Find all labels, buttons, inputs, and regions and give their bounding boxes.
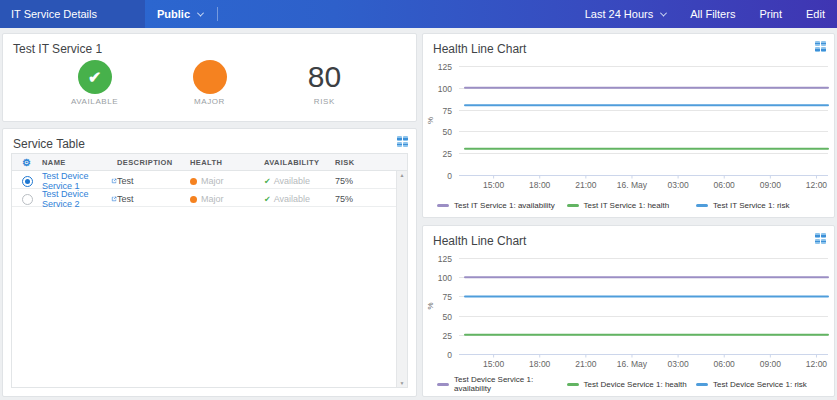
time-range-dropdown[interactable]: Last 24 Hours	[585, 8, 666, 20]
service-link[interactable]: Test Device Service 1	[42, 171, 117, 191]
svg-text:100: 100	[438, 84, 452, 94]
health-cell: Major	[190, 194, 264, 204]
svg-text:12:00: 12:00	[806, 359, 828, 369]
major-circle-icon	[193, 60, 227, 94]
service-status-panel: Test IT Service 1 ✔ AVAILABLE MAJOR 80 R…	[2, 33, 417, 122]
service-table-title: Service Table	[13, 137, 85, 151]
status-row: ✔ AVAILABLE MAJOR 80 RISK	[38, 60, 381, 115]
health-cell: Major	[190, 176, 264, 186]
svg-text:09:00: 09:00	[760, 359, 782, 369]
legend-item[interactable]: Test Device Service 1: health	[567, 380, 697, 389]
check-icon: ✔	[264, 177, 271, 186]
svg-text:%: %	[426, 117, 435, 124]
edit-button[interactable]: Edit	[806, 8, 825, 20]
svg-text:25: 25	[443, 149, 453, 159]
chart-title: Health Line Chart	[433, 42, 526, 56]
service-table-panel: Service Table ⚙ NAME DESCRIPTION HEALTH …	[2, 128, 417, 397]
col-name[interactable]: NAME	[42, 158, 117, 167]
svg-text:03:00: 03:00	[667, 180, 689, 190]
description-cell: Test	[117, 194, 190, 204]
svg-text:50: 50	[443, 312, 453, 322]
scroll-up-icon[interactable]: ▲	[400, 172, 405, 178]
svg-text:100: 100	[438, 273, 452, 283]
legend-line-icon	[696, 204, 708, 207]
availability-cell: ✔Available	[264, 176, 335, 186]
chevron-down-icon	[197, 9, 204, 16]
header-actions: Last 24 Hours All Filters Print Edit	[585, 8, 837, 20]
col-description[interactable]: DESCRIPTION	[117, 158, 190, 167]
svg-text:0: 0	[447, 171, 452, 181]
col-availability[interactable]: AVAILABILITY	[264, 158, 335, 167]
svg-text:125: 125	[438, 62, 452, 72]
health-line-chart-panel-2: Health Line Chart 025507510012515:0018:0…	[422, 225, 835, 397]
risk-label: RISK	[314, 97, 335, 106]
legend-label: Test IT Service 1: availability	[454, 201, 555, 210]
svg-text:%: %	[426, 302, 435, 309]
check-icon: ✔	[264, 195, 271, 204]
col-risk[interactable]: RISK	[335, 158, 396, 167]
svg-text:75: 75	[443, 292, 453, 302]
legend-line-icon	[437, 204, 449, 207]
visibility-label: Public	[157, 8, 190, 20]
check-circle-icon: ✔	[78, 60, 112, 94]
availability-status: ✔ AVAILABLE	[38, 60, 151, 115]
legend-item[interactable]: Test Device Service 1: risk	[696, 380, 826, 389]
panel-options-grid-icon[interactable]	[397, 136, 408, 147]
svg-text:15:00: 15:00	[483, 359, 505, 369]
legend-item[interactable]: Test IT Service 1: availability	[437, 201, 567, 210]
legend-item[interactable]: Test IT Service 1: risk	[696, 201, 826, 210]
svg-text:16. May: 16. May	[617, 359, 648, 369]
line-chart-plot: 025507510012515:0018:0021:0016. May03:00…	[423, 60, 834, 193]
line-chart-plot: 025507510012515:0018:0021:0016. May03:00…	[423, 252, 834, 372]
health-status: MAJOR	[153, 60, 266, 115]
service-table: ⚙ NAME DESCRIPTION HEALTH AVAILABILITY R…	[11, 153, 408, 388]
legend-label: Test Device Service 1: availability	[454, 375, 567, 393]
legend-line-icon	[696, 383, 708, 386]
legend-item[interactable]: Test Device Service 1: availability	[437, 375, 567, 393]
legend-line-icon	[567, 383, 579, 386]
svg-text:06:00: 06:00	[714, 359, 736, 369]
scroll-down-icon[interactable]: ▼	[400, 380, 405, 386]
panel-options-grid-icon[interactable]	[815, 41, 826, 52]
visibility-dropdown[interactable]: Public	[157, 8, 203, 20]
panel-options-grid-icon[interactable]	[815, 233, 826, 244]
risk-cell: 75%	[335, 194, 396, 204]
legend-line-icon	[567, 204, 579, 207]
svg-text:0: 0	[447, 350, 452, 360]
legend-line-icon	[437, 383, 449, 386]
major-dot-icon	[190, 178, 197, 185]
page-title-label: IT Service Details	[11, 8, 97, 20]
legend-item[interactable]: Test IT Service 1: health	[567, 201, 697, 210]
availability-label: AVAILABLE	[71, 97, 118, 106]
time-range-label: Last 24 Hours	[585, 8, 653, 20]
col-health[interactable]: HEALTH	[190, 158, 264, 167]
risk-status: 80 RISK	[268, 60, 381, 115]
print-button[interactable]: Print	[759, 8, 782, 20]
row-radio-button[interactable]	[22, 194, 33, 205]
column-settings-gear-icon[interactable]: ⚙	[22, 157, 31, 168]
svg-text:12:00: 12:00	[806, 180, 828, 190]
svg-text:125: 125	[438, 254, 452, 264]
svg-text:09:00: 09:00	[760, 180, 782, 190]
chevron-down-icon	[660, 9, 667, 16]
svg-text:16. May: 16. May	[617, 180, 648, 190]
chart-legend: Test IT Service 1: availabilityTest IT S…	[437, 196, 826, 214]
table-row[interactable]: Test Device Service 2 Test Major ✔Availa…	[12, 189, 396, 207]
row-radio-button[interactable]	[22, 176, 33, 187]
svg-text:06:00: 06:00	[714, 180, 736, 190]
health-line-chart-panel-1: Health Line Chart 025507510012515:0018:0…	[422, 33, 835, 218]
availability-cell: ✔Available	[264, 194, 335, 204]
svg-text:75: 75	[443, 106, 453, 116]
major-dot-icon	[190, 196, 197, 203]
service-link[interactable]: Test Device Service 2	[42, 189, 117, 209]
service-status-title: Test IT Service 1	[13, 42, 102, 56]
risk-value: 80	[308, 60, 341, 94]
table-row[interactable]: Test Device Service 1 Test Major ✔Availa…	[12, 171, 396, 189]
svg-text:18:00: 18:00	[529, 359, 551, 369]
all-filters-button[interactable]: All Filters	[690, 8, 735, 20]
svg-text:03:00: 03:00	[667, 359, 689, 369]
svg-text:25: 25	[443, 331, 453, 341]
svg-text:21:00: 21:00	[575, 359, 597, 369]
risk-cell: 75%	[335, 176, 396, 186]
table-scrollbar[interactable]: ▲ ▼	[396, 171, 407, 387]
